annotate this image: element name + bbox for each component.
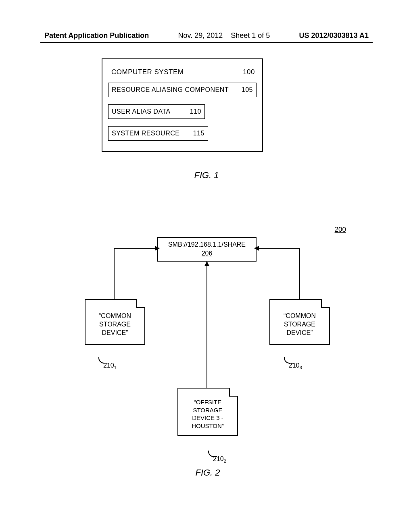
fig2-note-center-text: “OFFSITE STORAGE DEVICE 3 - HOUSTON” (192, 399, 224, 429)
fig1-caption: FIG. 1 (0, 170, 413, 181)
fig2-container: 200 SMB://192.168.1.1/SHARE 206 “COMMON … (56, 226, 359, 476)
fig2-note-left-text: “COMMON STORAGE DEVICE” (99, 312, 131, 336)
fig1-box-b-label: USER ALIAS DATA (112, 108, 171, 115)
fig2-ref-200: 200 (335, 226, 346, 234)
dogear-fold-icon (136, 299, 145, 308)
fig1-title-num: 100 (243, 68, 255, 76)
fig2-note-right: “COMMON STORAGE DEVICE” (269, 299, 330, 345)
ref-sub: 2 (224, 459, 226, 463)
fig2-note-center: “OFFSITE STORAGE DEVICE 3 - HOUSTON” (177, 388, 238, 436)
header-left: Patent Application Publication (44, 31, 149, 40)
fig1-box-a-label: RESOURCE ALIASING COMPONENT (112, 86, 229, 94)
fig2-ref-210-1: 2101 (103, 362, 117, 370)
ref-base: 210 (213, 455, 224, 462)
connector-line (206, 261, 207, 389)
header-rule (40, 42, 373, 43)
arrowhead-icon (204, 261, 209, 266)
connector-line (114, 248, 157, 249)
fig1-resource-aliasing-box: RESOURCE ALIASING COMPONENT 105 (108, 83, 257, 97)
connector-line (114, 248, 115, 299)
ref-sub: 3 (300, 365, 302, 370)
fig1-box-b-num: 110 (190, 108, 201, 115)
fig2-ref-210-3: 2103 (289, 362, 302, 370)
page-header: Patent Application Publication Nov. 29, … (0, 31, 413, 40)
fig2-share-label: SMB://192.168.1.1/SHARE (160, 240, 254, 249)
connector-line (299, 248, 300, 299)
header-date: Nov. 29, 2012 (178, 31, 223, 39)
header-sheet: Sheet 1 of 5 (231, 31, 270, 39)
fig1-box-c-num: 115 (193, 130, 204, 137)
fig2-caption: FIG. 2 (56, 468, 359, 478)
fig1-user-alias-box: USER ALIAS DATA 110 (108, 104, 205, 119)
fig1-title: COMPUTER SYSTEM (111, 68, 184, 76)
dogear-fold-icon (229, 388, 238, 397)
ref-sub: 1 (114, 365, 117, 370)
dogear-fold-icon (321, 299, 330, 308)
fig1-box-a-num: 105 (242, 86, 253, 94)
fig1-title-row: COMPUTER SYSTEM 100 (108, 66, 257, 83)
fig2-share-box: SMB://192.168.1.1/SHARE 206 (157, 237, 257, 262)
header-center: Nov. 29, 2012 Sheet 1 of 5 (178, 31, 270, 40)
fig2-note-left: “COMMON STORAGE DEVICE” (85, 299, 145, 345)
fig2-share-num: 206 (160, 249, 254, 258)
fig1-computer-system-box: COMPUTER SYSTEM 100 RESOURCE ALIASING CO… (102, 58, 263, 152)
ref-base: 210 (103, 362, 114, 369)
ref-base: 210 (289, 362, 300, 369)
header-right: US 2012/0303813 A1 (299, 31, 369, 40)
fig2-ref-210-2: 2102 (213, 455, 226, 463)
arrowhead-icon (155, 246, 160, 251)
fig1-box-c-label: SYSTEM RESOURCE (112, 130, 179, 137)
fig2-note-right-text: “COMMON STORAGE DEVICE” (284, 312, 316, 336)
fig1-system-resource-box: SYSTEM RESOURCE 115 (108, 126, 208, 141)
connector-line (257, 248, 300, 249)
arrowhead-icon (254, 246, 259, 251)
